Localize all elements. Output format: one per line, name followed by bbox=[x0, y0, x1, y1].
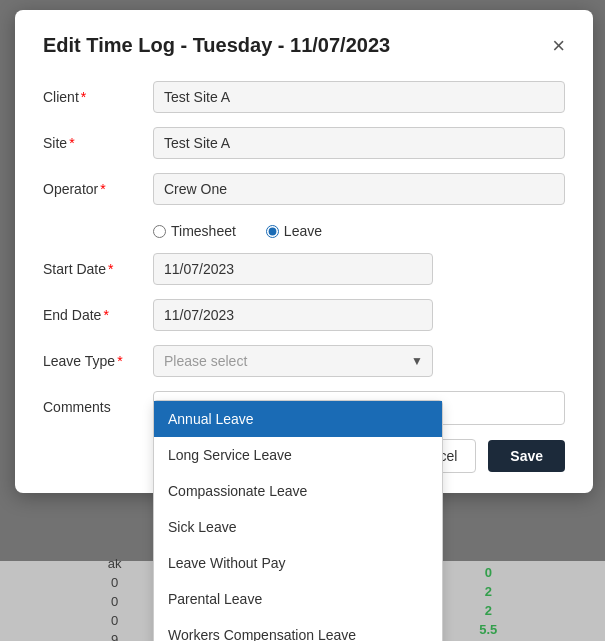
dropdown-item-annual-leave[interactable]: Annual Leave bbox=[154, 401, 442, 437]
timesheet-radio-label[interactable]: Timesheet bbox=[153, 223, 236, 239]
leave-radio[interactable] bbox=[266, 225, 279, 238]
radio-spacer bbox=[43, 219, 153, 227]
leave-type-label: Leave Type* bbox=[43, 345, 153, 369]
dropdown-item-long-service[interactable]: Long Service Leave bbox=[154, 437, 442, 473]
bg-col-1: ak 0 0 0 9 bbox=[108, 556, 122, 642]
timesheet-radio[interactable] bbox=[153, 225, 166, 238]
close-button[interactable]: × bbox=[552, 35, 565, 57]
bg-col-3: 0 2 2 5.5 bbox=[479, 565, 497, 637]
end-date-row: End Date* bbox=[43, 299, 565, 331]
dropdown-item-workers-comp[interactable]: Workers Compensation Leave bbox=[154, 617, 442, 641]
required-star: * bbox=[108, 261, 113, 277]
dropdown-item-parental[interactable]: Parental Leave bbox=[154, 581, 442, 617]
edit-timelog-modal: Edit Time Log - Tuesday - 11/07/2023 × C… bbox=[15, 10, 593, 493]
bg-val: 0 bbox=[111, 594, 118, 609]
bg-val-green: 2 bbox=[485, 603, 492, 618]
leave-type-dropdown: Annual Leave Long Service Leave Compassi… bbox=[153, 400, 443, 641]
required-star: * bbox=[117, 353, 122, 369]
site-label: Site* bbox=[43, 127, 153, 151]
leave-label: Leave bbox=[284, 223, 322, 239]
end-date-label: End Date* bbox=[43, 299, 153, 323]
leave-type-select-wrapper: Please select Annual Leave Long Service … bbox=[153, 345, 433, 377]
timesheet-label: Timesheet bbox=[171, 223, 236, 239]
dropdown-item-compassionate[interactable]: Compassionate Leave bbox=[154, 473, 442, 509]
start-date-row: Start Date* bbox=[43, 253, 565, 285]
dropdown-item-sick[interactable]: Sick Leave bbox=[154, 509, 442, 545]
bg-val-green: 5.5 bbox=[479, 622, 497, 637]
end-date-input[interactable] bbox=[153, 299, 433, 331]
comments-label: Comments bbox=[43, 391, 153, 415]
leave-type-row: Leave Type* Please select Annual Leave L… bbox=[43, 345, 565, 377]
start-date-input[interactable] bbox=[153, 253, 433, 285]
bg-val-green: 2 bbox=[485, 584, 492, 599]
site-row: Site* bbox=[43, 127, 565, 159]
operator-label: Operator* bbox=[43, 173, 153, 197]
operator-row: Operator* bbox=[43, 173, 565, 205]
save-button[interactable]: Save bbox=[488, 440, 565, 472]
modal-title: Edit Time Log - Tuesday - 11/07/2023 bbox=[43, 34, 390, 57]
modal-header: Edit Time Log - Tuesday - 11/07/2023 × bbox=[43, 34, 565, 57]
radio-group: Timesheet Leave bbox=[153, 219, 322, 239]
required-star: * bbox=[103, 307, 108, 323]
dropdown-item-without-pay[interactable]: Leave Without Pay bbox=[154, 545, 442, 581]
required-star: * bbox=[69, 135, 74, 151]
client-row: Client* bbox=[43, 81, 565, 113]
radio-row: Timesheet Leave bbox=[43, 219, 565, 239]
client-input[interactable] bbox=[153, 81, 565, 113]
start-date-label: Start Date* bbox=[43, 253, 153, 277]
leave-radio-label[interactable]: Leave bbox=[266, 223, 322, 239]
bg-label: ak bbox=[108, 556, 122, 571]
leave-type-select[interactable]: Please select Annual Leave Long Service … bbox=[153, 345, 433, 377]
operator-input[interactable] bbox=[153, 173, 565, 205]
bg-val-green: 0 bbox=[485, 565, 492, 580]
required-star: * bbox=[81, 89, 86, 105]
bg-val: 9 bbox=[111, 632, 118, 642]
required-star: * bbox=[100, 181, 105, 197]
client-label: Client* bbox=[43, 81, 153, 105]
site-input[interactable] bbox=[153, 127, 565, 159]
bg-val: 0 bbox=[111, 575, 118, 590]
bg-val: 0 bbox=[111, 613, 118, 628]
